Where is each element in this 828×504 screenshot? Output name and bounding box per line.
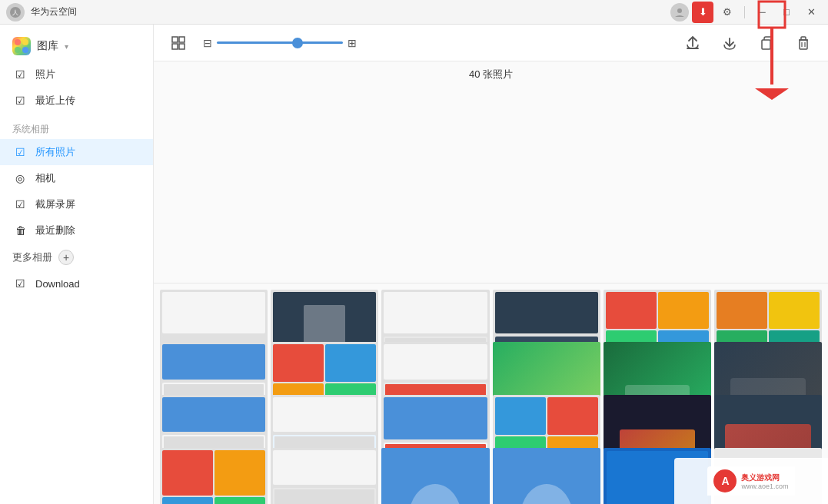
- sidebar-item-camera-label: 相机: [35, 171, 55, 185]
- sidebar-more-albums[interactable]: 更多相册 +: [0, 244, 153, 271]
- sidebar-item-all-photos-label: 所有照片: [35, 145, 75, 159]
- titlebar-left: 人 华为云空间: [6, 3, 77, 22]
- user-avatar[interactable]: [670, 3, 689, 22]
- thumbnail-small-icon: [166, 31, 191, 55]
- slider-track[interactable]: [217, 41, 343, 44]
- app-icon: 人: [6, 3, 25, 22]
- sidebar-item-photos[interactable]: ☑ 照片: [0, 61, 153, 88]
- download-button-top[interactable]: ⬇: [692, 2, 713, 23]
- watermark-site-name: 奥义游戏网: [741, 472, 788, 482]
- watermark-url: www.aoe1.com: [741, 482, 788, 490]
- camera-icon: ◎: [15, 172, 29, 184]
- upload-button[interactable]: [680, 31, 705, 55]
- sidebar-item-download-label: Download: [35, 278, 80, 290]
- titlebar: 人 华为云空间 ⬇ ⚙ ─ □ ✕: [0, 0, 828, 25]
- svg-text:人: 人: [12, 9, 18, 16]
- content-area: ⊟ ⊞: [154, 25, 828, 504]
- titlebar-controls: ⬇ ⚙ ─ □ ✕: [670, 2, 822, 23]
- zoom-out-icon: ⊟: [203, 37, 212, 49]
- photo-item[interactable]: ♪: [493, 448, 600, 504]
- sidebar-item-recently-deleted[interactable]: 🗑 最近删除: [0, 217, 153, 244]
- sidebar-item-photos-label: 照片: [35, 68, 55, 81]
- trash-icon: 🗑: [15, 224, 29, 237]
- zoom-slider[interactable]: ⊟ ⊞: [203, 37, 357, 49]
- sidebar-item-screenshot-label: 截屏录屏: [35, 197, 75, 211]
- sidebar-item-recently-deleted-label: 最近删除: [35, 224, 75, 237]
- sidebar-item-recent-upload-label: 最近上传: [35, 94, 75, 108]
- svg-rect-8: [179, 37, 185, 42]
- svg-rect-7: [172, 37, 178, 42]
- svg-point-5: [15, 47, 21, 53]
- svg-point-4: [22, 39, 28, 45]
- sidebar-item-camera[interactable]: ◎ 相机: [0, 165, 153, 191]
- sidebar-item-screenshot[interactable]: ☑ 截屏录屏: [0, 191, 153, 217]
- photo-item[interactable]: ♪: [381, 448, 489, 504]
- main-layout: 图库 ▾ ☑ 照片 ☑ 最近上传 系统相册 ☑ 所有照片 ◎ 相机 ☑ 截屏录屏…: [0, 25, 828, 504]
- sidebar-item-recent-upload[interactable]: ☑ 最近上传: [0, 88, 153, 114]
- zoom-in-icon: ⊞: [347, 37, 357, 49]
- sidebar: 图库 ▾ ☑ 照片 ☑ 最近上传 系统相册 ☑ 所有照片 ◎ 相机 ☑ 截屏录屏…: [0, 25, 154, 504]
- sidebar-app-name: 图库: [37, 39, 58, 53]
- system-album-label: 系统相册: [0, 114, 153, 139]
- screenshot-icon: ☑: [15, 198, 29, 211]
- watermark: A 奥义游戏网 www.aoe1.com: [674, 458, 828, 504]
- cloud-download-button[interactable]: [717, 31, 742, 55]
- watermark-logo: A: [713, 469, 737, 492]
- svg-rect-9: [172, 44, 178, 49]
- svg-rect-12: [800, 40, 807, 49]
- sidebar-item-all-photos[interactable]: ☑ 所有照片: [0, 139, 153, 165]
- app-logo: [12, 37, 31, 55]
- recent-upload-icon: ☑: [15, 94, 29, 107]
- chevron-down-icon: ▾: [65, 42, 68, 51]
- photos-icon: ☑: [15, 68, 29, 81]
- svg-point-6: [22, 47, 28, 53]
- titlebar-title: 华为云空间: [31, 5, 77, 18]
- sidebar-header[interactable]: 图库 ▾: [0, 31, 153, 61]
- copy-button[interactable]: [754, 31, 779, 55]
- svg-point-2: [677, 8, 682, 13]
- slider-thumb[interactable]: [292, 38, 303, 48]
- more-albums-label: 更多相册: [12, 250, 52, 264]
- add-album-button[interactable]: +: [58, 250, 74, 265]
- svg-rect-11: [762, 40, 770, 49]
- delete-button[interactable]: [791, 31, 816, 55]
- maximize-button[interactable]: □: [776, 2, 797, 23]
- photo-count: 40 张照片: [154, 61, 828, 284]
- svg-point-3: [15, 39, 21, 45]
- settings-button[interactable]: ⚙: [717, 2, 738, 23]
- close-button[interactable]: ✕: [800, 2, 822, 23]
- all-photos-icon: ☑: [15, 146, 29, 158]
- toolbar: ⊟ ⊞: [154, 25, 828, 61]
- watermark-text-block: 奥义游戏网 www.aoe1.com: [741, 472, 788, 490]
- minimize-button[interactable]: ─: [751, 2, 773, 23]
- photo-item[interactable]: [271, 448, 378, 504]
- sidebar-item-download[interactable]: ☑ Download: [0, 271, 153, 296]
- photo-item[interactable]: [160, 448, 268, 504]
- svg-rect-10: [179, 44, 185, 49]
- download-folder-icon: ☑: [15, 277, 29, 290]
- divider: [744, 6, 745, 18]
